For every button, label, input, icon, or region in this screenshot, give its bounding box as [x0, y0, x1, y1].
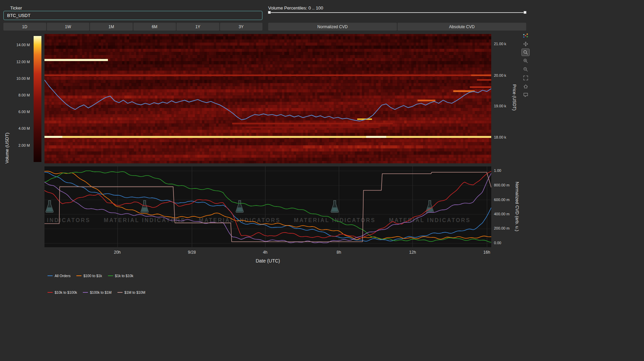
plotly-logo-icon[interactable] [522, 32, 529, 39]
legend-item-all-orders[interactable]: All Orders [48, 274, 71, 278]
autoscale-icon[interactable] [522, 74, 529, 81]
date-tick-label: 20h [114, 250, 121, 255]
legend-swatch-100-to-1k [76, 275, 81, 276]
legend-label: $1k to $10k [115, 274, 133, 278]
date-tick-label: 16h [483, 250, 490, 255]
legend-swatch-1k-to-10k [108, 275, 113, 276]
volume-tick-label: 12.00 M [3, 60, 30, 64]
cvd-tick-label: 800.00 m [494, 183, 510, 187]
legend-label: $100k to $1M [90, 290, 112, 294]
range-button-group: 1D1W1M6M1Y3Y [3, 23, 262, 31]
legend-row-2: $10k to $100k$100k to $1M$1M to $10M [48, 290, 145, 294]
legend-swatch-100k-to-1m [83, 292, 88, 293]
cvd-chart-area: MATERIAL INDICATORSMATERIAL INDICATORSMA… [44, 166, 491, 247]
cvd-mode-button-group: Normalized CVDAbsolute CVD [268, 23, 526, 31]
volume-percentiles-label: Volume Percentiles: 0 .. 100 [268, 5, 323, 11]
legend-label: $10k to $100k [55, 290, 77, 294]
legend-row-1: All Orders$100 to $1k$1k to $10k [48, 274, 133, 278]
cvd-tick-label: 1.00 [494, 168, 501, 173]
date-axis-title: Date (UTC) [256, 258, 280, 264]
price-tick-label: 19.00 k [494, 104, 506, 108]
cvd-tick-label: 400.00 m [494, 212, 510, 216]
cvd-axis-title: Normalized CVD (arb. u.) [515, 182, 520, 231]
cvd-tick-label: 200.00 m [494, 226, 510, 230]
volume-profile-heatmap[interactable] [44, 34, 491, 163]
button-absolute-cvd[interactable]: Absolute CVD [398, 23, 526, 31]
volume-tick-label: 8.00 M [3, 93, 30, 97]
volume-tick-label: 4.00 M [3, 126, 30, 130]
legend-swatch-10k-to-100k [48, 292, 53, 293]
range-button-6m[interactable]: 6M [133, 23, 176, 31]
ticker-input[interactable] [3, 11, 262, 20]
ticker-label: Ticker [10, 5, 22, 11]
volume-colorbar [34, 36, 41, 162]
slider-handle-min[interactable] [268, 11, 271, 14]
volume-tick-label: 14.00 M [3, 43, 30, 47]
zoom-in-icon[interactable] [522, 57, 529, 64]
legend-item-100-to-1k[interactable]: $100 to $1k [76, 274, 102, 278]
legend-swatch-1m-to-10m [117, 292, 123, 293]
range-button-1w[interactable]: 1W [47, 23, 90, 31]
cvd-tick-label: 600.00 m [494, 198, 510, 202]
legend-label: $100 to $1k [84, 274, 102, 278]
plotly-modebar [522, 32, 529, 98]
range-button-1d[interactable]: 1D [3, 23, 46, 31]
range-button-1m[interactable]: 1M [90, 23, 133, 31]
range-button-3y[interactable]: 3Y [220, 23, 263, 31]
legend-item-10k-to-100k[interactable]: $10k to $100k [48, 290, 77, 294]
pan-icon[interactable] [522, 40, 529, 47]
date-tick-label: 8h [337, 250, 341, 255]
price-axis-title: Price (USDT) [512, 84, 517, 110]
slider-rail[interactable] [269, 12, 526, 13]
price-tick-label: 20.00 k [494, 73, 506, 77]
volume-tick-label: 6.00 M [3, 110, 30, 114]
zoom-icon[interactable] [522, 49, 529, 56]
reset-axes-icon[interactable] [522, 83, 529, 90]
volume-tick-label: 10.00 M [3, 76, 30, 80]
date-tick-label: 9/28 [188, 250, 196, 255]
legend-item-100k-to-1m[interactable]: $100k to $1M [83, 290, 112, 294]
cvd-line-chart[interactable] [44, 166, 491, 247]
price-tick-label: 21.00 k [494, 42, 506, 46]
trading-dashboard: Ticker Volume Percentiles: 0 .. 100 1D1W… [0, 0, 644, 361]
legend-item-1k-to-10k[interactable]: $1k to $10k [108, 274, 133, 278]
legend-item-1m-to-10m[interactable]: $1M to $10M [117, 290, 145, 294]
volume-percentile-slider[interactable] [268, 10, 526, 15]
date-tick-label: 4h [263, 250, 267, 255]
button-normalized-cvd[interactable]: Normalized CVD [268, 23, 397, 31]
slider-handle-max[interactable] [523, 11, 527, 14]
hover-icon[interactable] [522, 91, 529, 98]
legend-label: All Orders [55, 274, 71, 278]
zoom-out-icon[interactable] [522, 66, 529, 73]
cvd-tick-label: 0.00 [494, 241, 501, 245]
volume-tick-label: 2.00 M [3, 143, 30, 147]
legend-label: $1M to $10M [125, 290, 145, 294]
legend-swatch-all-orders [48, 275, 53, 276]
range-button-1y[interactable]: 1Y [177, 23, 219, 31]
date-tick-label: 12h [409, 250, 416, 255]
price-tick-label: 18.00 k [494, 135, 506, 139]
volume-axis-title: Volume (USDT) [4, 132, 10, 163]
